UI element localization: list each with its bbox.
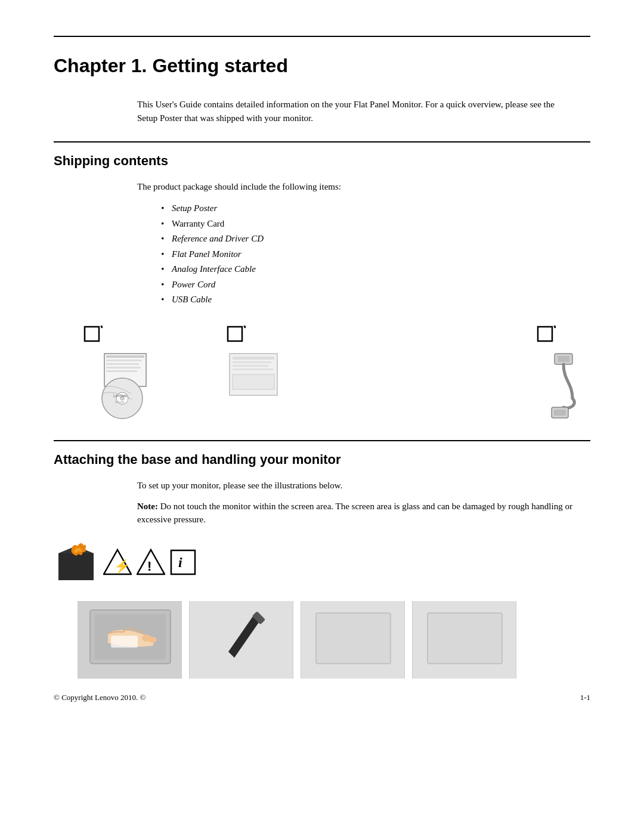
list-item: USB Cable (161, 292, 590, 308)
list-item: Power Cord (161, 277, 590, 293)
top-divider (54, 36, 590, 37)
usb-group: ✓ (537, 326, 590, 422)
list-item: Reference and Driver CD (161, 231, 590, 247)
shipping-divider (54, 141, 590, 143)
checkbox-poster: ✓ (227, 326, 246, 347)
step3-image (301, 601, 405, 679)
checkbox-usb: ✓ (537, 326, 556, 347)
shipping-list: Setup Poster Warranty Card Reference and… (161, 201, 590, 308)
footer: © Copyright Lenovo 2010. © 1-1 (54, 693, 590, 702)
svg-rect-7 (106, 370, 137, 372)
svg-rect-47 (428, 613, 502, 664)
svg-rect-21 (538, 327, 552, 341)
cd-image: Lenovo Driver (83, 351, 179, 419)
checkbox-icon-3: ✓ (537, 326, 556, 345)
note-paragraph: Note: Do not touch the monitor within th… (137, 500, 590, 527)
checkbox-cd: ✓ (83, 326, 103, 347)
svg-rect-34 (171, 550, 195, 574)
svg-rect-3 (106, 355, 144, 358)
svg-rect-17 (233, 361, 271, 363)
step3-svg (301, 601, 404, 679)
svg-rect-0 (85, 327, 99, 341)
cd-group: ✓ Lenovo Driver (83, 326, 179, 419)
svg-rect-5 (106, 363, 139, 365)
svg-text:✓: ✓ (552, 326, 556, 332)
svg-rect-19 (233, 368, 273, 370)
svg-rect-45 (316, 613, 391, 664)
box-flame-icon (54, 541, 98, 583)
info-box-icon: i (170, 549, 196, 575)
note-text: Do not touch the monitor within the scre… (137, 501, 572, 525)
step4-svg (413, 601, 516, 679)
checkbox-icon-2: ✓ (227, 326, 246, 345)
attach-divider (54, 440, 590, 441)
svg-text:i: i (178, 555, 182, 570)
steps-row (78, 601, 590, 679)
list-item: Flat Panel Monitor (161, 247, 590, 262)
attach-body1: To set up your monitor, please see the i… (137, 478, 590, 493)
step2-image (189, 601, 293, 679)
shipping-images: ✓ Lenovo Driver (83, 326, 590, 422)
page-number: 1-1 (580, 693, 590, 702)
note-label: Note: (137, 501, 158, 511)
svg-rect-39 (111, 636, 138, 648)
svg-rect-4 (106, 360, 142, 361)
list-item: Setup Poster (161, 201, 590, 216)
svg-rect-13 (228, 327, 242, 341)
step4-image (412, 601, 516, 679)
svg-point-41 (148, 637, 157, 643)
copyright-text: © Copyright Lenovo 2010. © (54, 693, 145, 702)
step1-image (78, 601, 182, 679)
poster-image (227, 351, 286, 404)
list-item: Warranty Card (161, 216, 590, 232)
list-item: Analog Interface Cable (161, 262, 590, 277)
svg-text:!: ! (147, 559, 151, 574)
page: Chapter 1. Getting started This User's G… (0, 0, 644, 726)
intro-paragraph: This User's Guide contains detailed info… (137, 98, 555, 125)
svg-rect-16 (233, 357, 274, 360)
chapter-title: Chapter 1. Getting started (54, 55, 590, 77)
lightning-warning-icon: ⚡ (103, 548, 132, 577)
svg-text:Lenovo: Lenovo (113, 394, 127, 398)
attach-section: Attaching the base and handling your mon… (54, 440, 590, 679)
shipping-heading: Shipping contents (54, 153, 590, 169)
svg-text:✓: ✓ (242, 326, 246, 332)
svg-rect-24 (558, 356, 569, 362)
svg-rect-6 (106, 367, 141, 368)
shipping-body: The product package should include the f… (137, 179, 590, 194)
general-warning-icon: ! (137, 548, 165, 577)
svg-text:⚡: ⚡ (114, 558, 131, 574)
svg-text:✓: ✓ (99, 326, 103, 332)
checkbox-icon: ✓ (83, 326, 103, 345)
svg-rect-18 (233, 365, 268, 367)
svg-text:Driver: Driver (115, 400, 125, 404)
svg-rect-26 (554, 410, 566, 416)
attach-heading: Attaching the base and handling your mon… (54, 452, 590, 467)
screwdriver-svg (190, 601, 293, 679)
hand-wipe-svg (78, 601, 181, 679)
warning-icons-row: ⚡ ! i (54, 541, 590, 583)
svg-rect-20 (233, 374, 274, 389)
usb-cable-image (537, 351, 590, 422)
poster-group: ✓ (227, 326, 286, 404)
